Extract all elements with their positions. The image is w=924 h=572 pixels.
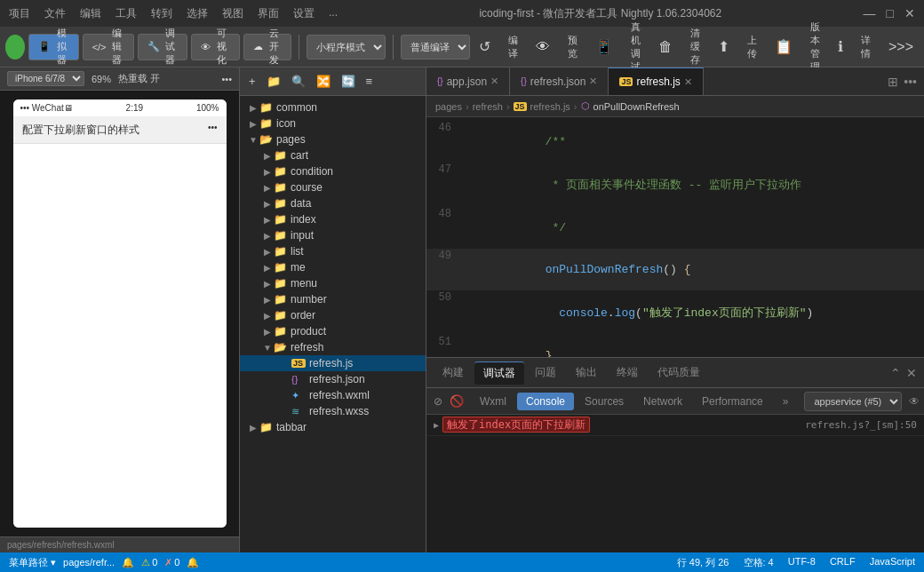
split-editor-btn[interactable]: ⊞	[888, 75, 898, 89]
user-avatar[interactable]	[5, 35, 25, 60]
tree-item-list[interactable]: ▶ 📁 list	[240, 243, 426, 259]
tree-item-refresh-json[interactable]: {} refresh.json	[240, 371, 426, 387]
simulator-toggle-btn[interactable]: 📱 模拟器	[28, 34, 79, 60]
tab-code-quality[interactable]: 代码质量	[649, 361, 709, 384]
tab-refresh-json[interactable]: {} refresh.json ✕	[510, 68, 609, 96]
folder-icon: 📁	[274, 229, 288, 242]
tab-close-btn[interactable]: ✕	[490, 75, 498, 87]
console-tab-wxml[interactable]: Wxml	[471, 393, 515, 410]
tree-item-input[interactable]: ▶ 📁 input	[240, 227, 426, 243]
tree-item-course[interactable]: ▶ 📁 course	[240, 179, 426, 195]
console-tab-sources[interactable]: Sources	[576, 393, 633, 410]
tab-build[interactable]: 构建	[434, 361, 473, 384]
version-mgr-btn[interactable]: 📋	[769, 36, 798, 57]
language-mode[interactable]: JavaScript	[870, 556, 915, 569]
tree-item-tabbar[interactable]: ▶ 📁 tabbar	[240, 419, 426, 435]
visibility-toggle-btn[interactable]: 👁	[909, 395, 920, 408]
device-select[interactable]: iPhone 6/7/8	[7, 71, 84, 86]
breadcrumb-file[interactable]: refresh.js	[530, 101, 570, 112]
git-btn[interactable]: 🔀	[313, 73, 334, 90]
tree-item-icon[interactable]: ▶ 📁 icon	[240, 115, 426, 131]
search-btn[interactable]: 🔍	[288, 73, 309, 90]
hotreload-btn[interactable]: 热重载 开	[118, 72, 160, 85]
cloud-toggle-btn[interactable]: ☁ 云开发	[243, 34, 292, 60]
upload-btn[interactable]: ⬆	[713, 36, 735, 57]
tree-item-menu[interactable]: ▶ 📁 menu	[240, 275, 426, 291]
tab-app-json[interactable]: {} app.json ✕	[426, 68, 510, 96]
tree-item-order[interactable]: ▶ 📁 order	[240, 307, 426, 323]
menu-item-more[interactable]: ...	[329, 6, 338, 21]
tree-item-condition[interactable]: ▶ 📁 condition	[240, 163, 426, 179]
appservice-select[interactable]: appservice (#5)	[804, 392, 902, 411]
breadcrumb-refresh[interactable]: refresh	[473, 101, 503, 112]
tree-item-refresh-wxss[interactable]: ≋ refresh.wxss	[240, 403, 426, 419]
console-source-link[interactable]: refresh.js?_[sm]:50	[805, 419, 917, 431]
tab-refresh-js[interactable]: JS refresh.js ✕	[609, 68, 703, 96]
tree-item-refresh-js[interactable]: JS refresh.js	[240, 355, 426, 371]
new-file-btn[interactable]: +	[245, 73, 259, 90]
tab-more-btn[interactable]: •••	[904, 75, 917, 89]
menu-item-view[interactable]: 视图	[222, 6, 243, 21]
console-tab-network[interactable]: Network	[634, 393, 691, 410]
cursor-position[interactable]: 行 49, 列 26	[677, 556, 729, 569]
more-simulator-btn[interactable]: •••	[221, 74, 232, 84]
refresh-tree-btn[interactable]: 🔄	[338, 73, 359, 90]
menu-item-tool[interactable]: 工具	[116, 6, 137, 21]
expand-panel-btn[interactable]: ⌃	[890, 366, 901, 380]
tab-terminal[interactable]: 终端	[608, 361, 647, 384]
tab-debugger[interactable]: 调试器	[474, 361, 524, 385]
visible-toggle-btn[interactable]: 👁 可视化	[191, 34, 240, 60]
tree-item-number[interactable]: ▶ 📁 number	[240, 291, 426, 307]
menu-item-project[interactable]: 项目	[9, 6, 30, 21]
menu-path-dropdown[interactable]: 菜单路径 ▾	[9, 556, 56, 569]
folder-icon: 📁	[274, 197, 288, 210]
console-tab-more[interactable]: »	[774, 393, 798, 410]
menu-item-goto[interactable]: 转到	[151, 6, 172, 21]
code-editor[interactable]: 46 /** 47 * 页面相关事件处理函数 -- 监听用户下拉动作 48 */…	[426, 117, 924, 357]
mode-select[interactable]: 小程序模式	[307, 35, 386, 60]
details-btn[interactable]: ℹ	[832, 36, 848, 57]
console-tab-console[interactable]: Console	[517, 393, 574, 410]
console-clear-btn[interactable]: 🚫	[450, 394, 464, 408]
compile-select[interactable]: 普通编译	[401, 35, 470, 60]
line-ending[interactable]: CRLF	[830, 556, 856, 569]
real-debug-btn[interactable]: 📱	[590, 36, 618, 57]
tab-close-btn[interactable]: ✕	[684, 76, 692, 88]
encoding[interactable]: UTF-8	[788, 556, 816, 569]
notifications-icon[interactable]: 🔔	[187, 557, 199, 568]
breadcrumb-symbol[interactable]: onPullDownRefresh	[593, 101, 680, 112]
clear-cache-btn[interactable]: 🗑	[653, 37, 678, 57]
breadcrumb-pages[interactable]: pages	[435, 101, 462, 112]
tree-item-index[interactable]: ▶ 📁 index	[240, 211, 426, 227]
tree-item-me[interactable]: ▶ 📁 me	[240, 259, 426, 275]
tab-problems[interactable]: 问题	[526, 361, 565, 384]
compile-btn[interactable]: ↺	[474, 36, 496, 57]
collapse-btn[interactable]: ≡	[362, 73, 377, 90]
console-filter-area: appservice (#5) 👁 Default levels ▾	[804, 392, 924, 411]
tree-item-product[interactable]: ▶ 📁 product	[240, 323, 426, 339]
menu-item-file[interactable]: 文件	[44, 6, 66, 21]
tree-item-pages[interactable]: ▼ 📂 pages	[240, 131, 426, 147]
indent-info[interactable]: 空格: 4	[744, 556, 774, 569]
tree-item-data[interactable]: ▶ 📁 data	[240, 195, 426, 211]
tree-item-refresh-wxml[interactable]: ✦ refresh.wxml	[240, 387, 426, 403]
menu-item-edit[interactable]: 编辑	[80, 6, 101, 21]
close-panel-btn[interactable]: ✕	[906, 366, 917, 380]
editor-toggle-btn[interactable]: </> 编辑器	[83, 34, 134, 60]
more-btn[interactable]: >>>	[883, 37, 919, 57]
menu-item-interface[interactable]: 界面	[258, 6, 279, 21]
tree-item-common[interactable]: ▶ 📁 common	[240, 99, 426, 115]
console-tab-performance[interactable]: Performance	[693, 393, 772, 410]
breadcrumb-symbol-icon: ⬡	[581, 100, 590, 112]
debugger-toggle-btn[interactable]: 🔧 调试器	[138, 34, 188, 60]
tree-item-cart[interactable]: ▶ 📁 cart	[240, 147, 426, 163]
preview-btn[interactable]: 👁	[530, 37, 555, 57]
folder-icon: 📁	[274, 149, 288, 162]
new-folder-btn[interactable]: 📁	[263, 73, 284, 90]
tab-output[interactable]: 输出	[567, 361, 606, 384]
menu-item-settings[interactable]: 设置	[293, 6, 315, 21]
menu-item-select[interactable]: 选择	[187, 6, 208, 21]
current-path-display[interactable]: pages/refr...	[63, 557, 115, 568]
tree-item-refresh-folder[interactable]: ▼ 📂 refresh	[240, 339, 426, 355]
tab-close-btn[interactable]: ✕	[589, 75, 597, 87]
